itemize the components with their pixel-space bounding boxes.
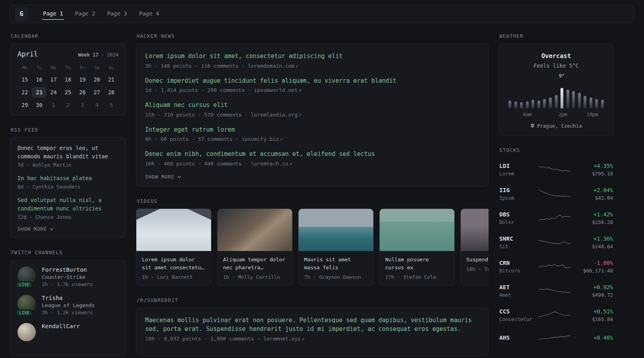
video-card[interactable]: Nullam posuere cursus ex 17h · Stefan Co…: [379, 208, 455, 286]
rss-card: Donec tempor eros leo, ut commodo mauris…: [10, 137, 126, 238]
app-logo[interactable]: G: [15, 7, 28, 21]
subreddit-header: /R/SUBREDDIT: [137, 298, 489, 303]
story-title-link[interactable]: Donec enim nibh, condimentum et accumsan…: [145, 150, 479, 159]
stock-values: +1.42% $156.28: [575, 211, 613, 225]
weather-bar: [526, 101, 529, 109]
stock-row[interactable]: SNRC Sit +1.36% $148.64: [499, 230, 614, 255]
calendar-dow: Th: [61, 64, 75, 72]
rss-show-more-button[interactable]: SHOW MORE: [17, 226, 118, 232]
story-meta: 6h · 60 points · 57 comments · ipsumify.…: [145, 136, 479, 142]
stock-row[interactable]: DBS Dolor +1.42% $156.28: [499, 206, 614, 230]
weather-header: WEATHER: [499, 33, 614, 39]
video-card[interactable]: Suspendisse diam 18h · Tara: [460, 208, 489, 286]
calendar-dow: Mo: [17, 64, 32, 72]
weather-bar: [590, 97, 592, 109]
rss-item-meta: 7d · Ashlyn Martin: [17, 162, 118, 168]
story-domain-link[interactable]: loremlandia.org↗: [251, 112, 301, 118]
video-title[interactable]: Lorem ipsum dolor sit amet consectetu…: [136, 251, 211, 272]
story-title-link[interactable]: Donec imperdiet augue tincidunt felis al…: [145, 76, 479, 86]
stock-name: Bitcorn: [499, 268, 534, 274]
hacker-news-show-more-button[interactable]: SHOW MORE: [145, 174, 479, 180]
calendar-week: Week 17: [78, 52, 99, 58]
tab-page-4[interactable]: Page 4: [138, 8, 160, 20]
video-title[interactable]: Suspendisse diam: [461, 251, 489, 265]
post-item: Maecenas mollis pulvinar erat non posuer…: [145, 316, 479, 342]
left-column: CALENDAR April Week 17 · 2024 Mo Tu We: [10, 33, 126, 358]
rss-item[interactable]: In hac habitasse platea 8d · Cynthia Sau…: [17, 174, 118, 190]
location-pin-icon: [530, 123, 535, 128]
twitch-channel[interactable]: LIVE ForrestBurton Counter-Strike 1h · 1…: [17, 267, 118, 287]
calendar-widget: CALENDAR April Week 17 · 2024 Mo Tu We: [10, 33, 126, 115]
story-title-link[interactable]: Integer eget rutrum lorem: [145, 125, 479, 134]
tab-page-2[interactable]: Page 2: [74, 8, 96, 20]
stock-id: SNRC Sit: [499, 235, 534, 249]
rss-widget: RSS FEED Donec tempor eros leo, ut commo…: [10, 127, 126, 238]
video-thumbnail[interactable]: [299, 209, 373, 251]
stock-row[interactable]: LDI Lorem +4.35% $795.18: [499, 158, 614, 182]
rss-item-title[interactable]: Sed volutpat nulla nisl, a condimentum n…: [17, 196, 118, 213]
story-meta: 3h · 148 points · 116 comments · loremdo…: [145, 63, 479, 69]
stock-change: -1.00%: [575, 260, 613, 266]
post-domain-link[interactable]: loremnet.xyz↗: [263, 336, 305, 342]
calendar-card: April Week 17 · 2024 Mo Tu We Th Fr Sa: [10, 43, 126, 115]
stock-id: AET Amet: [499, 284, 534, 298]
twitch-channel-name[interactable]: ForrestBurton: [42, 267, 93, 273]
story-title-link[interactable]: Lorem ipsum dolor sit amet, consectetur …: [145, 52, 479, 61]
stock-row[interactable]: AHS +0.46%: [499, 327, 614, 350]
hacker-news-show-more-label: SHOW MORE: [145, 174, 175, 180]
video-thumbnail[interactable]: [136, 209, 211, 251]
weather-widget: WEATHER Overcast Feels like 5°C 9° 6am2p…: [499, 33, 614, 136]
content-area: CALENDAR April Week 17 · 2024 Mo Tu We: [10, 33, 614, 358]
stock-name: Consectetur: [499, 316, 534, 322]
twitch-channel-name[interactable]: KendallCarr: [42, 323, 80, 329]
video-card[interactable]: Lorem ipsum dolor sit amet consectetu… 1…: [136, 208, 211, 286]
video-meta: 1h · Lori Barnett: [136, 272, 211, 285]
stocks-widget: STOCKS LDI Lorem +4.35% $795.18: [499, 148, 614, 350]
rss-item-title[interactable]: Donec tempor eros leo, ut commodo mauris…: [17, 144, 118, 161]
story-domain-link[interactable]: ipsumworld.net↗: [254, 87, 301, 93]
video-title[interactable]: Mauris sit amet massa felis: [299, 251, 373, 272]
rss-item-title[interactable]: In hac habitasse platea: [17, 174, 118, 183]
stock-row[interactable]: IIG Ipsum +2.84% $42.04: [499, 182, 614, 206]
story-domain: ipsumworld.net: [254, 87, 298, 93]
twitch-channel-name[interactable]: Trisha: [42, 295, 95, 301]
video-title[interactable]: Aliquam tempor dolor nec pharetra…: [217, 251, 292, 272]
video-title[interactable]: Nullam posuere cursus ex: [380, 251, 454, 272]
weather-time-label: 6am: [523, 112, 532, 117]
video-thumbnail[interactable]: [461, 209, 489, 251]
rss-item[interactable]: Sed volutpat nulla nisl, a condimentum n…: [17, 196, 118, 220]
stock-change: +2.84%: [575, 187, 613, 193]
calendar-day-next-month: 4: [89, 100, 104, 110]
video-thumbnail[interactable]: [217, 209, 292, 251]
story-meta-text: 16h · 468 points · 440 comments ·: [145, 161, 248, 167]
twitch-channel-meta: 3h · 1.2k viewers: [42, 309, 95, 315]
stock-row[interactable]: CCS Consectetur +0.51% $165.84: [499, 303, 614, 327]
tab-page-3[interactable]: Page 3: [106, 8, 128, 20]
twitch-channel[interactable]: KendallCarr: [17, 323, 118, 341]
stock-ticker: AHS: [499, 335, 534, 341]
video-card[interactable]: Mauris sit amet massa felis 7h · Grayson…: [298, 208, 374, 286]
rss-item[interactable]: Donec tempor eros leo, ut commodo mauris…: [17, 144, 118, 168]
story-domain-link[interactable]: loremdomain.com↗: [248, 63, 298, 69]
post-title-link[interactable]: Maecenas mollis pulvinar erat non posuer…: [145, 316, 479, 334]
story-domain: loremlandia.org: [251, 112, 297, 118]
tab-page-1[interactable]: Page 1: [42, 8, 64, 20]
story-title-link[interactable]: Aliquam nec cursus elit: [145, 101, 479, 110]
right-column: WEATHER Overcast Feels like 5°C 9° 6am2p…: [499, 33, 614, 358]
stock-price: $795.18: [575, 171, 613, 177]
stock-row[interactable]: AET Amet +0.92% $499.72: [499, 279, 614, 303]
stock-id: CRN Bitcorn: [499, 260, 534, 274]
rss-item-meta: 12d · Chance Jones: [17, 214, 118, 220]
post-meta: 19h · 9,932 points · 1,090 comments · lo…: [145, 336, 479, 342]
story-domain: loremdomain.com: [248, 63, 294, 69]
video-meta: 1h · Molly Carrillo: [217, 272, 292, 285]
video-card[interactable]: Aliquam tempor dolor nec pharetra… 1h · …: [217, 208, 293, 286]
stock-sparkline: [534, 212, 575, 224]
story-domain-link[interactable]: ipsumify.biz↗: [242, 136, 283, 142]
stock-values: +2.84% $42.04: [575, 187, 613, 201]
twitch-channel[interactable]: LIVE Trisha League of Legends 3h · 1.2k …: [17, 295, 118, 315]
video-thumbnail[interactable]: [380, 209, 454, 251]
calendar-day: 24: [47, 87, 61, 97]
stock-row[interactable]: CRN Bitcorn -1.00% $66,171.48: [499, 255, 614, 279]
story-domain-link[interactable]: loremtech.co↗: [251, 161, 292, 167]
